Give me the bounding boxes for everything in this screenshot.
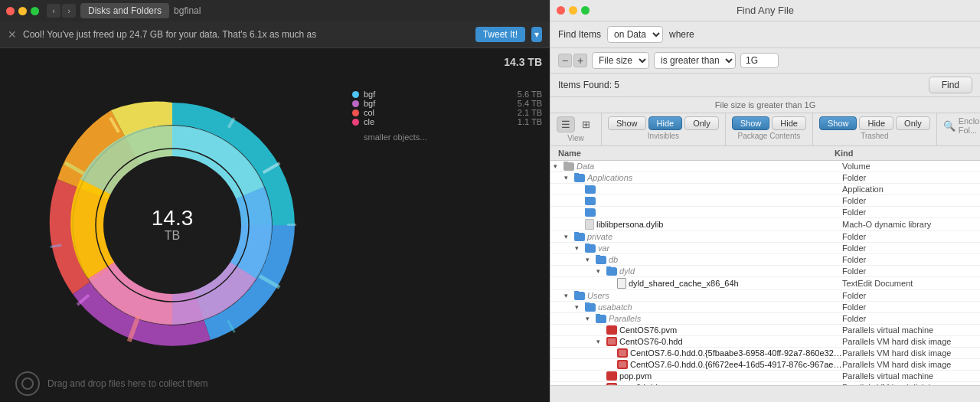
- minimize-button[interactable]: [18, 7, 27, 15]
- find-items-select[interactable]: on Data: [607, 26, 663, 43]
- notification-bar: ✕ Cool! You've just freed up 24.7 GB for…: [0, 21, 550, 48]
- folder-icon: [585, 208, 596, 217]
- tree-cell-name: ▾ Applications: [550, 173, 842, 182]
- table-row[interactable]: CentOS7.6-0.hdd.0.{5fbaabe3-6958-40ff-92…: [550, 348, 980, 359]
- disclosure-triangle: ▾: [564, 233, 572, 240]
- smaller-objects: smaller objects...: [352, 132, 542, 142]
- only-trashed-button[interactable]: Only: [896, 116, 930, 130]
- minimize-button-right[interactable]: [569, 6, 577, 15]
- folder-icon: [574, 174, 585, 182]
- table-row[interactable]: ▾ usabatch Folder: [550, 302, 980, 313]
- table-row[interactable]: CentOS76.pvm Parallels virtual machine: [550, 325, 980, 336]
- criterion-type-select[interactable]: File size: [592, 52, 649, 69]
- tree-item-label: private: [587, 232, 612, 241]
- folder-icon: [596, 315, 606, 323]
- show-pkg-button[interactable]: Show: [732, 116, 770, 130]
- table-row[interactable]: ▾ private Folder: [550, 231, 980, 243]
- drop-zone[interactable]: Drag and drop files here to collect them: [15, 371, 207, 396]
- breadcrumb-tab[interactable]: Disks and Folders: [80, 3, 169, 18]
- items-found-bar: Items Found: 5 Find: [550, 74, 980, 97]
- table-row[interactable]: ▾ Data Volume: [550, 161, 980, 172]
- tree-cell-name: ▾ dyld: [550, 266, 842, 276]
- back-button[interactable]: ‹: [47, 4, 60, 18]
- find-button[interactable]: Find: [929, 77, 972, 93]
- tree-cell-name: pop.pvm: [550, 371, 842, 381]
- close-button-right[interactable]: [557, 6, 565, 15]
- table-row[interactable]: ▾ db Folder: [550, 254, 980, 266]
- tree-cell-kind: Folder: [842, 291, 980, 300]
- trashed-group: Show Hide Only Trashed: [813, 113, 937, 145]
- tree-cell-kind: Mach-O dynamic library: [842, 220, 980, 229]
- close-button[interactable]: [6, 7, 15, 15]
- disclosure-triangle: ▾: [575, 244, 583, 252]
- tree-cell-name: dyld_shared_cache_x86_64h: [550, 278, 842, 289]
- hide-pkg-button[interactable]: Hide: [772, 116, 806, 130]
- forward-button[interactable]: ›: [62, 4, 76, 18]
- table-row[interactable]: liblibpersona.dylib Mach-O dynamic libra…: [550, 218, 980, 231]
- tree-cell-name: ▾ db: [550, 255, 842, 264]
- drop-text: Drag and drop files here to collect them: [47, 378, 207, 389]
- criterion-value-input[interactable]: 1G: [740, 53, 779, 68]
- tree-item-label: usabatch: [598, 302, 632, 312]
- tweet-button[interactable]: Tweet It!: [475, 27, 525, 42]
- legend-dot: [352, 91, 359, 98]
- criterion-operator-select[interactable]: is greater than: [654, 52, 736, 69]
- table-row[interactable]: ▾ Applications Folder: [550, 172, 980, 184]
- table-row[interactable]: CentOS7.6-0.hdd.0.{6f672ee4-16d5-4917-87…: [550, 359, 980, 371]
- tree-cell-kind: Parallels VM hard disk image: [842, 348, 980, 358]
- tree-cell-kind: Folder: [842, 196, 980, 205]
- folder-icon: [596, 256, 606, 264]
- legend-dot: [352, 100, 359, 107]
- tree-item-label: CentOS7.6-0.hdd.0.{5fbaabe3-6958-40ff-92…: [630, 348, 842, 358]
- notification-close[interactable]: ✕: [8, 28, 17, 41]
- maximize-button[interactable]: [31, 7, 39, 15]
- disclosure-triangle: ▾: [564, 292, 572, 299]
- legend-item: bgf 5.6 TB: [352, 90, 542, 99]
- show-trashed-button[interactable]: Show: [819, 116, 858, 130]
- grid-view-button[interactable]: ⊞: [577, 116, 595, 132]
- view-icons-group: ☰ ⊞ View: [550, 113, 602, 145]
- tree-cell-name: ▾ Parallels: [550, 314, 842, 323]
- table-row[interactable]: ▾ Users Folder: [550, 290, 980, 302]
- show-invisibles-button[interactable]: Show: [608, 116, 646, 130]
- table-row[interactable]: ▾ var Folder: [550, 243, 980, 254]
- status-bar: [550, 385, 980, 402]
- table-row[interactable]: ▾ dyld Folder: [550, 266, 980, 277]
- search-icon: 🔍: [943, 120, 956, 132]
- items-found-text: Items Found: 5: [558, 80, 619, 90]
- maximize-button-right[interactable]: [581, 6, 590, 15]
- svg-rect-6: [287, 224, 296, 226]
- folder-icon: [585, 303, 596, 312]
- table-row[interactable]: Folder: [550, 195, 980, 207]
- table-row[interactable]: ▾ CentOS76-0.hdd Parallels VM hard disk …: [550, 336, 980, 348]
- tree-cell-kind: Parallels VM hard disk image: [842, 360, 980, 369]
- tree-cell-kind: Folder: [842, 243, 980, 253]
- table-row[interactable]: dyld_shared_cache_x86_64h TextEdit Docum…: [550, 277, 980, 290]
- column-kind-header: Kind: [835, 149, 972, 158]
- tree-item-label: CentOS76-0.hdd: [619, 337, 683, 346]
- drop-circle-inner: [21, 377, 34, 390]
- list-view-button[interactable]: ☰: [557, 116, 575, 132]
- add-criterion-button[interactable]: +: [573, 54, 587, 67]
- legend-dot: [352, 119, 359, 126]
- table-row[interactable]: Application: [550, 184, 980, 195]
- table-row[interactable]: pop.pvm Parallels virtual machine: [550, 371, 980, 382]
- only-invisibles-button[interactable]: Only: [684, 116, 719, 130]
- legend-name: bgf: [364, 90, 492, 99]
- tree-item-label: Data: [577, 162, 594, 171]
- tweet-dropdown[interactable]: ▾: [531, 27, 542, 42]
- remove-criterion-button[interactable]: −: [558, 54, 572, 67]
- legend-item: cle 1.1 TB: [352, 117, 542, 126]
- file-icon: [585, 219, 594, 230]
- table-row[interactable]: Folder: [550, 207, 980, 218]
- nav-arrows: ‹ ›: [47, 4, 76, 18]
- hide-trashed-button[interactable]: Hide: [859, 116, 893, 130]
- tree-cell-kind: Parallels VM hard disk image: [842, 337, 980, 346]
- legend-name: bgf: [364, 99, 492, 108]
- view-label: View: [567, 134, 584, 142]
- notification-text: Cool! You've just freed up 24.7 GB for y…: [23, 29, 469, 40]
- tree-cell-kind: Parallels virtual machine: [842, 325, 980, 335]
- hide-invisibles-button[interactable]: Hide: [648, 116, 683, 130]
- table-row[interactable]: ▾ Parallels Folder: [550, 313, 980, 325]
- tree-cell-name: ▾ private: [550, 232, 842, 241]
